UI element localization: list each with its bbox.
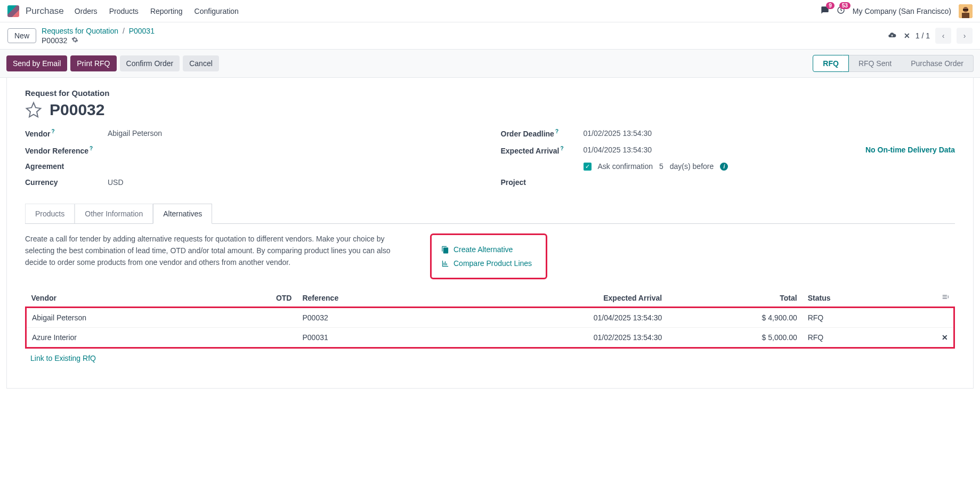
tab-products[interactable]: Products [25,204,75,223]
currency-label: Currency [25,178,108,187]
svg-rect-3 [962,13,969,18]
cell-reference: P00032 [297,308,434,328]
nav-orders[interactable]: Orders [75,7,98,15]
compare-lines-link[interactable]: Compare Product Lines [441,256,536,270]
cell-total: $ 5,000.00 [667,328,802,348]
cell-status: RFQ [803,328,901,348]
cell-vendor: Abigail Peterson [26,308,220,328]
nav-reporting[interactable]: Reporting [150,7,183,15]
user-avatar[interactable] [959,4,973,18]
compare-lines-label: Compare Product Lines [453,259,532,268]
svg-rect-4 [963,9,968,11]
activities-icon[interactable]: 53 [837,6,845,16]
remove-row-icon[interactable]: ✕ [942,333,948,342]
agreement-label: Agreement [25,162,108,171]
status-rfq[interactable]: RFQ [813,55,849,72]
gear-icon[interactable] [71,36,78,45]
help-icon[interactable]: ? [555,128,558,134]
nav-products[interactable]: Products [109,7,139,15]
cell-otd [220,308,297,328]
link-existing-rfq[interactable]: Link to Existing RfQ [25,349,101,368]
col-arrival[interactable]: Expected Arrival [434,289,667,308]
app-name[interactable]: Purchase [26,6,64,17]
breadcrumb: Requests for Quotation / P00031 P00032 [42,27,882,45]
tabs: Products Other Information Alternatives [25,204,955,224]
document-name: P00032 [50,101,104,119]
deadline-label: Order Deadline [501,130,554,138]
col-status[interactable]: Status [803,289,901,308]
help-icon[interactable]: ? [90,146,93,151]
nav-configuration[interactable]: Configuration [195,7,239,15]
table-row[interactable]: Abigail Peterson P00032 01/04/2025 13:54… [26,308,954,328]
form-left-column: Vendor? Abigail Peterson Vendor Referenc… [25,128,480,194]
nav-right: 9 53 My Company (San Francisco) [821,4,973,18]
help-icon[interactable]: ? [560,146,563,151]
breadcrumb-parent[interactable]: P00031 [129,27,155,35]
pager-prev[interactable]: ‹ [935,28,951,44]
status-purchase-order[interactable]: Purchase Order [901,55,974,72]
ask-days-suffix: day(s) before [670,162,714,171]
currency-field[interactable]: USD [108,178,480,187]
status-bar: RFQ RFQ Sent Purchase Order [813,55,974,72]
arrival-label: Expected Arrival [501,146,560,155]
ask-confirmation-checkbox[interactable]: ✓ [584,163,592,171]
arrival-field[interactable]: 01/04/2025 13:54:30 [584,146,652,154]
app-logo[interactable] [7,5,19,17]
project-label: Project [501,178,584,187]
cell-vendor: Azure Interior [26,328,220,348]
confirm-order-button[interactable]: Confirm Order [120,55,180,71]
tab-other-info[interactable]: Other Information [75,204,153,223]
pager: 1 / 1 ‹ › [916,28,973,44]
info-icon[interactable]: i [720,163,728,171]
col-otd[interactable]: OTD [220,289,297,308]
vendor-label: Vendor [25,130,50,138]
cell-total: $ 4,900.00 [667,308,802,328]
ask-confirmation-label: Ask confirmation [598,162,653,171]
discard-icon[interactable]: ✕ [904,31,910,40]
vendor-ref-label: Vendor Reference [25,146,88,155]
status-rfq-sent[interactable]: RFQ Sent [849,55,901,72]
col-vendor[interactable]: Vendor [26,289,220,308]
alternatives-table: Vendor OTD Reference Expected Arrival To… [25,289,955,349]
pager-next[interactable]: › [957,28,973,44]
tab-alternatives[interactable]: Alternatives [153,204,212,224]
vendor-field[interactable]: Abigail Peterson [108,129,480,138]
ask-days-field[interactable]: 5 [659,162,663,171]
cloud-upload-icon[interactable] [888,31,896,41]
delivery-data-badge[interactable]: No On-time Delivery Data [865,146,955,154]
company-switcher[interactable]: My Company (San Francisco) [853,7,951,15]
print-rfq-button[interactable]: Print RFQ [70,55,116,71]
pager-count: 1 / 1 [916,31,930,40]
cell-otd [220,328,297,348]
messages-badge: 9 [826,2,835,9]
form-sheet: Request for Quotation P00032 Vendor? Abi… [6,78,974,389]
cell-arrival: 01/02/2025 13:54:30 [434,328,667,348]
send-email-button[interactable]: Send by Email [6,55,67,71]
col-total[interactable]: Total [667,289,802,308]
breadcrumb-root[interactable]: Requests for Quotation [42,27,118,35]
nav-menu: Orders Products Reporting Configuration [75,7,821,15]
form-right-column: Order Deadline? 01/02/2025 13:54:30 Expe… [501,128,955,194]
col-reference[interactable]: Reference [297,289,434,308]
cancel-button[interactable]: Cancel [183,55,219,71]
section-title: Request for Quotation [25,88,955,98]
cell-status: RFQ [803,308,901,328]
copy-icon [441,246,449,254]
table-row[interactable]: Azure Interior P00031 01/02/2025 13:54:3… [26,328,954,348]
columns-settings-icon[interactable] [942,294,949,302]
top-nav: Purchase Orders Products Reporting Confi… [0,0,980,22]
cell-arrival: 01/04/2025 13:54:30 [434,308,667,328]
create-alternative-link[interactable]: Create Alternative [441,243,536,256]
help-icon[interactable]: ? [51,128,54,134]
create-alternative-label: Create Alternative [453,245,513,254]
cell-reference: P00031 [297,328,434,348]
tender-description: Create a call for tender by adding alter… [25,233,398,268]
deadline-field[interactable]: 01/02/2025 13:54:30 [584,129,955,138]
messages-icon[interactable]: 9 [821,6,829,16]
bar-chart-icon [441,260,449,268]
breadcrumb-row: New Requests for Quotation / P00031 P000… [0,22,980,49]
tab-alternatives-body: Create a call for tender by adding alter… [25,224,955,377]
new-button[interactable]: New [7,28,36,43]
priority-star-icon[interactable] [25,101,42,118]
activities-badge: 53 [839,2,851,9]
